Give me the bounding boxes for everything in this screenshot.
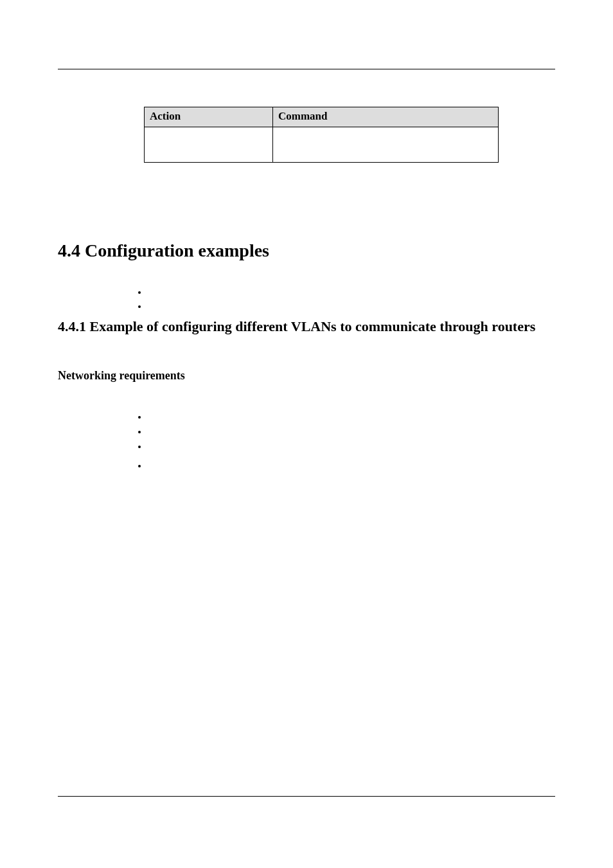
sub-subsection-heading: Networking requirements — [58, 369, 185, 383]
page: Action Command 4.4 Configuration example… — [0, 0, 613, 868]
table-cell-action — [145, 127, 273, 163]
section-heading: 4.4 Configuration examples — [58, 240, 269, 261]
table-header-row: Action Command — [145, 107, 499, 127]
rule-top — [58, 69, 555, 69]
table-row — [145, 127, 499, 163]
subsection-heading: 4.4.1 Example of configuring different V… — [58, 318, 555, 336]
command-table: Action Command — [144, 107, 499, 163]
table-cell-command — [273, 127, 499, 163]
table-header-command: Command — [273, 107, 499, 127]
table-header-action: Action — [145, 107, 273, 127]
rule-bottom — [58, 796, 555, 797]
